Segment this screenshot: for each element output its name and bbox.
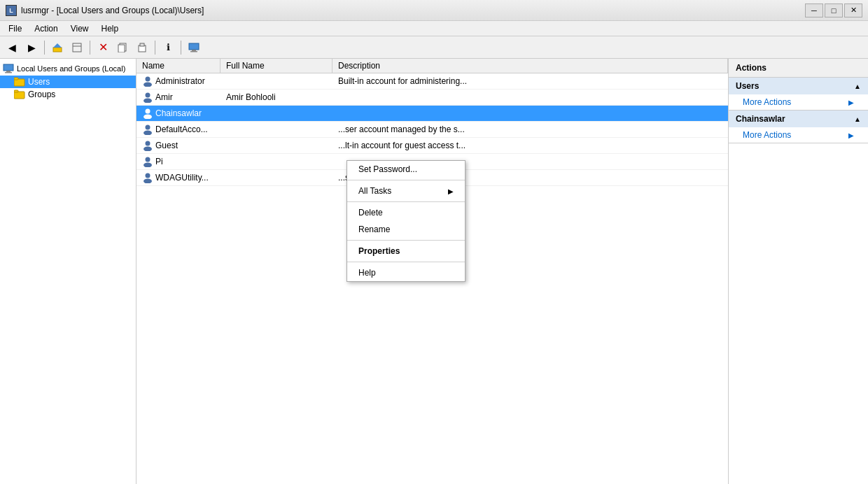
tree-users-label: Users	[28, 77, 50, 87]
user-name-cell: Pi	[136, 154, 220, 169]
tree-groups[interactable]: Groups	[0, 88, 136, 101]
user-icon	[142, 156, 153, 167]
toolbar: ◀ ▶ ✕ ℹ	[0, 36, 868, 59]
svg-rect-8	[189, 43, 199, 50]
svg-point-27	[144, 147, 152, 152]
list-item[interactable]: Guest ...lt-in account for guest access …	[136, 138, 728, 154]
user-desc-cell: Built-in account for administering...	[332, 74, 728, 88]
user-icon	[142, 108, 153, 119]
toolbar-sep1	[44, 41, 45, 55]
toolbar-sep3	[155, 41, 155, 55]
menu-view[interactable]: View	[65, 22, 94, 35]
list-item-chainsawlar[interactable]: Chainsawlar	[136, 106, 728, 122]
list-item[interactable]: Amir Amir Bohlooli	[136, 90, 728, 106]
col-header-fullname[interactable]: Full Name	[220, 59, 332, 73]
content-area: Name Full Name Description Administrator	[136, 59, 728, 484]
folder-users-icon	[14, 77, 25, 87]
col-header-name[interactable]: Name	[136, 59, 220, 73]
user-desc-cell: ...lt-in account for guest access t...	[332, 138, 728, 152]
svg-point-26	[146, 141, 150, 146]
toolbar-up[interactable]	[48, 39, 66, 56]
actions-section-chainsawlar: Chainsawlar ▲ More Actions ▶	[729, 111, 868, 143]
toolbar-forward[interactable]: ▶	[22, 39, 41, 56]
arrow-right-icon2: ▶	[848, 131, 854, 139]
user-fullname-cell: Amir Bohlooli	[220, 90, 332, 104]
context-menu-set-password[interactable]: Set Password...	[347, 161, 465, 178]
menu-file[interactable]: File	[3, 22, 27, 35]
sidebar: Local Users and Groups (Local) Users Gro…	[0, 59, 136, 484]
app-icon: L	[6, 5, 17, 16]
svg-point-19	[144, 83, 152, 87]
user-name-cell: Chainsawlar	[136, 106, 220, 121]
user-icon	[142, 92, 153, 103]
context-menu-rename[interactable]: Rename	[347, 221, 465, 238]
chevron-up-icon2: ▲	[854, 115, 861, 123]
tree-users[interactable]: Users	[0, 76, 136, 88]
toolbar-back[interactable]: ◀	[3, 39, 21, 56]
toolbar-delete[interactable]: ✕	[94, 39, 112, 56]
actions-panel: Actions Users ▲ More Actions ▶ Chainsawl…	[728, 59, 868, 484]
user-fullname-cell	[220, 127, 332, 131]
user-name-cell: WDAGUtility...	[136, 170, 220, 185]
maximize-button[interactable]: □	[825, 3, 843, 17]
toolbar-show-hide[interactable]	[68, 39, 86, 56]
toolbar-sep4	[181, 41, 181, 55]
menu-action[interactable]: Action	[29, 22, 63, 35]
user-fullname-cell	[220, 176, 332, 180]
toolbar-properties[interactable]: ℹ	[159, 39, 177, 56]
chevron-up-icon: ▲	[854, 83, 861, 90]
user-name-cell: DefaultAcco...	[136, 122, 220, 137]
submenu-arrow-icon: ▶	[448, 187, 454, 195]
toolbar-copy[interactable]	[113, 39, 132, 56]
user-icon	[142, 172, 153, 183]
menu-bar: File Action View Help	[0, 21, 868, 36]
user-icon	[142, 76, 153, 87]
toolbar-paste[interactable]	[133, 39, 151, 56]
actions-section-chainsawlar-header[interactable]: Chainsawlar ▲	[729, 111, 868, 127]
context-menu-all-tasks[interactable]: All Tasks ▶	[347, 183, 465, 199]
list-item[interactable]: Administrator Built-in account for admin…	[136, 73, 728, 90]
actions-more-actions-users[interactable]: More Actions ▶	[729, 94, 868, 110]
svg-point-21	[144, 99, 152, 104]
user-desc-cell: ...ser account managed by the s...	[332, 122, 728, 136]
svg-rect-10	[190, 51, 197, 52]
svg-point-25	[144, 131, 152, 136]
context-menu-delete[interactable]: Delete	[347, 204, 465, 221]
svg-point-30	[146, 173, 150, 178]
user-fullname-cell	[220, 143, 332, 148]
actions-more-actions-chainsawlar[interactable]: More Actions ▶	[729, 127, 868, 143]
toolbar-sep2	[90, 41, 90, 55]
svg-point-28	[146, 157, 150, 162]
svg-rect-5	[118, 45, 125, 52]
svg-rect-9	[192, 50, 196, 51]
title-bar: L lusrmgr - [Local Users and Groups (Loc…	[0, 0, 868, 21]
list-item[interactable]: DefaultAcco... ...ser account managed by…	[136, 122, 728, 138]
user-fullname-cell	[220, 159, 332, 164]
svg-rect-13	[5, 72, 12, 73]
context-menu-help[interactable]: Help	[347, 264, 465, 281]
tree-root[interactable]: Local Users and Groups (Local)	[0, 62, 136, 76]
context-menu-sep1	[347, 180, 465, 180]
col-header-description[interactable]: Description	[332, 59, 728, 73]
toolbar-computer[interactable]	[185, 39, 203, 56]
tree-groups-label: Groups	[28, 90, 55, 99]
context-menu-sep4	[347, 262, 465, 262]
svg-point-29	[144, 163, 152, 168]
actions-section-users-header[interactable]: Users ▲	[729, 78, 868, 94]
user-name-cell: Guest	[136, 138, 220, 153]
folder-groups-icon	[14, 90, 25, 99]
minimize-button[interactable]: ─	[805, 3, 823, 17]
actions-title: Actions	[729, 59, 868, 78]
svg-marker-1	[53, 43, 62, 48]
svg-rect-17	[14, 90, 18, 92]
computer-icon	[3, 63, 14, 74]
svg-rect-11	[4, 64, 13, 71]
tree-root-label: Local Users and Groups (Local)	[17, 64, 125, 73]
context-menu: Set Password... All Tasks ▶ Delete Renam…	[346, 160, 465, 282]
svg-rect-0	[53, 48, 62, 52]
user-desc-cell	[332, 111, 728, 115]
list-header: Name Full Name Description	[136, 59, 728, 73]
context-menu-properties[interactable]: Properties	[347, 243, 465, 259]
close-button[interactable]: ✕	[844, 3, 862, 17]
menu-help[interactable]: Help	[96, 22, 125, 35]
